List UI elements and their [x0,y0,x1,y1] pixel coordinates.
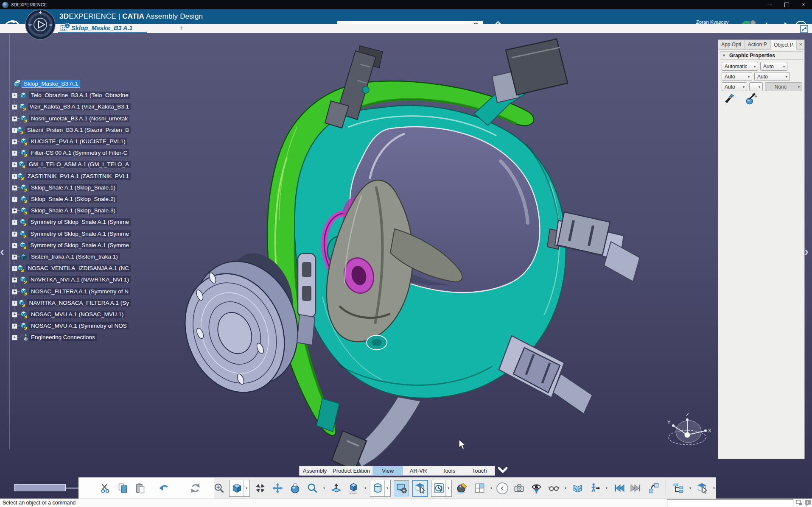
combo-automatic[interactable]: Automatic▾ [722,62,758,71]
render-style-group[interactable]: ▾ [370,480,391,497]
cut-button[interactable] [98,481,112,496]
tree-expander-icon[interactable]: + [12,323,17,329]
hide-show-filter-button[interactable] [529,481,543,496]
tree-item-label[interactable]: KUCISTE_PVI A.1 (KUCISTE_PVI.1) [29,138,127,145]
design-tree-button[interactable] [671,481,686,496]
rotate-button[interactable] [288,481,302,496]
combo-none[interactable]: None▾ [765,82,802,91]
dropdown-caret-icon[interactable]: ▾ [712,486,716,490]
tree-item-10[interactable]: +Sklop_Snale A.1 (Sklop_Snale.2) [11,193,131,205]
selection-mode-button[interactable] [413,481,427,496]
tree-item-label[interactable]: GM_I_TELO_ASM A.1 (GM_I_TELO_A [27,161,131,168]
tree-item-16[interactable]: +NOSAC_VENTILA_IZDISANJA A.1 (NC [11,262,131,274]
ribbon-tab-product-edition[interactable]: Product Edition [330,466,372,475]
tree-expander-icon[interactable]: + [12,312,17,318]
dropdown-caret-icon[interactable]: ▾ [445,480,451,496]
graphic-properties-section[interactable]: ▼ Graphic Properties [720,51,803,60]
tree-expander-icon[interactable]: + [12,289,17,295]
collapse-panel-icon[interactable] [800,25,808,33]
new-tab-button[interactable]: + [177,24,186,32]
collapse-left-panel-chevron[interactable]: ‹ [0,245,4,258]
tree-item-8[interactable]: +ZASTITNIK_PVI A.1 (ZASTITNIK_PVI.1 [11,170,131,182]
tree-item-11[interactable]: +Sklop_Snale A.1 (Sklop_Snale.3) [11,205,131,216]
paste-button[interactable] [133,481,147,496]
tree-expander-icon[interactable]: + [12,150,17,156]
copy-button[interactable] [115,481,130,496]
maximize-button[interactable] [778,0,795,9]
tree-expander-icon[interactable]: + [12,197,17,202]
tree-hscrollbar-thumb[interactable] [14,484,66,491]
named-views-button[interactable] [346,481,361,496]
tree-expander-icon[interactable]: + [12,93,17,98]
ribbon-tab-touch[interactable]: Touch [464,466,495,475]
tree-expander-icon[interactable]: + [12,301,17,306]
tree-item-root[interactable]: Sklop_Maske_B3 A.1 [11,78,131,89]
tree-item-21[interactable]: +NOSAC_MVU A.1 (Symmetry of NOS [11,320,131,332]
tree-expander-icon[interactable]: + [12,231,17,237]
volume-select-button[interactable] [695,481,709,496]
combo-arrow-icon[interactable]: ▾ [746,75,752,79]
tree-item-label[interactable]: Sklop_Snale A.1 (Sklop_Snale.1) [29,184,117,191]
tree-item-14[interactable]: +Symmetry of Sklop_Snale A.1 (Symme [11,240,131,251]
tree-expander-icon[interactable]: + [12,208,17,214]
normal-view-button[interactable] [329,481,343,496]
update-history-button[interactable] [432,481,445,496]
tree-item-1[interactable]: +Telo_Obrazine_B3 A.1 (Telo_Obrazine [11,89,131,101]
tree-expander-icon[interactable]: + [12,116,17,122]
go-last-button[interactable] [629,481,643,496]
reorder-component-button[interactable] [646,481,661,496]
3d-viewport[interactable]: Z X Y Sklop_Maske_B3 A.1+Telo_Obrazine_B… [0,33,812,499]
render-style-button[interactable] [371,481,384,496]
tree-expander-icon[interactable]: + [12,162,17,167]
zoom-fit-all-button[interactable] [212,481,226,496]
combo-arrow-icon[interactable]: ▾ [784,75,790,79]
tree-item-label[interactable]: Sklop_Maske_B3 A.1 [22,80,80,87]
tree-item-label[interactable]: Sklop_Snale A.1 (Sklop_Snale.3) [29,207,117,214]
dropdown-caret-icon[interactable]: ▾ [564,486,567,490]
tree-item-label[interactable]: Engineering Connections [29,334,97,341]
tree-item-label[interactable]: NAVRTKA_NOSACA_FILTERA A.1 (Sy [27,299,131,306]
tree-item-label[interactable]: NOSAC_MVU A.1 (NOSAC_MVU.1) [29,311,125,318]
info-bubble-icon[interactable]: i [805,500,811,507]
update-history-group[interactable]: ▾ [431,480,452,497]
dropdown-caret-icon[interactable]: ▾ [322,486,326,490]
3dexperience-compass[interactable]: 3DiR [25,9,56,40]
tree-item-17[interactable]: +NAVRTKA_NVI A.1 (NAVRTKA_NVI.1) [11,274,131,285]
tree-item-label[interactable]: Nosni_umetak_B3 A.1 (Nosni_umetak [29,115,129,122]
combo-empty[interactable]: ▾ [749,82,763,91]
tree-item-3[interactable]: +Nosni_umetak_B3 A.1 (Nosni_umetak [11,113,131,124]
zoom-button[interactable] [305,481,319,496]
tree-expander-icon[interactable]: + [12,174,17,179]
tree-item-9[interactable]: +Sklop_Snale A.1 (Sklop_Snale.1) [11,182,131,193]
combo-arrow-icon[interactable]: ▾ [741,85,747,89]
tree-item-18[interactable]: +NOSAC_FILTERA A.1 (Symmetry of N [11,286,131,297]
combo-auto[interactable]: Auto▾ [760,62,787,71]
tree-expander-icon[interactable]: + [12,139,17,145]
ribbon-tab-tools[interactable]: Tools [434,466,464,475]
tree-item-19[interactable]: +NAVRTKA_NOSACA_FILTERA A.1 (Sy [11,297,131,309]
iso-view-group[interactable]: ▾ [229,480,250,497]
combo-arrow-icon[interactable]: ▾ [796,85,802,89]
center-view-button[interactable] [253,481,267,496]
tree-item-label[interactable]: Sklop_Snale A.1 (Sklop_Snale.2) [29,195,117,203]
dropdown-caret-icon[interactable]: ▾ [244,480,249,496]
capture-button[interactable] [512,481,526,496]
tree-item-4[interactable]: +Stezni_Prsten_B3 A.1 (Stezni_Prsten_B [11,124,131,136]
toolbar-collapse-toolbar[interactable] [496,479,509,498]
document-tab[interactable]: 1 Sklop_Maske_B3 A.1 [58,24,147,33]
go-first-button[interactable] [611,481,626,496]
combo-arrow-icon[interactable]: ▾ [752,64,758,69]
tree-item-label[interactable]: Symmetry of Sklop_Snale A.1 (Symme [28,230,131,237]
combo-arrow-icon[interactable]: ▾ [781,64,787,69]
tree-item-label[interactable]: NOSAC_FILTERA A.1 (Symmetry of N [29,288,130,295]
tree-expander-icon[interactable]: + [12,128,17,133]
ribbon-tab-view[interactable]: View [372,466,403,475]
combo-auto[interactable]: Auto▾ [722,82,747,91]
tree-item-13[interactable]: +Symmetry of Sklop_Snale A.1 (Symme [11,228,131,240]
tree-item-2[interactable]: +Vizir_Kalota_B3 A.1 (Vizir_Kalota_B3.1 [11,101,131,112]
panel-tab-object-p[interactable]: Object P [771,40,797,50]
tree-item-label[interactable]: NOSAC_MVU A.1 (Symmetry of NOS [29,322,129,329]
tree-expander-icon[interactable]: + [12,254,17,260]
tree-item-20[interactable]: +NOSAC_MVU A.1 (NOSAC_MVU.1) [11,309,131,320]
sketch-tools-button[interactable] [455,481,469,496]
